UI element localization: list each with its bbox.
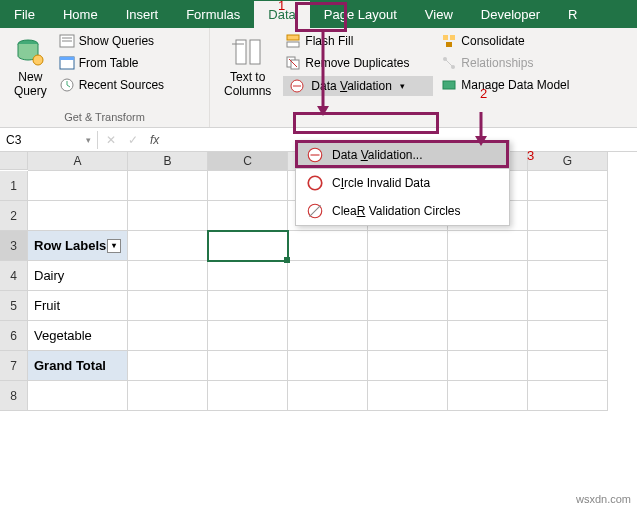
cell-b4[interactable]	[128, 261, 208, 291]
select-all-corner[interactable]	[0, 152, 28, 170]
circle-invalid-item[interactable]: CIrcle Invalid Data	[296, 169, 509, 197]
row-header-2[interactable]: 2	[0, 201, 28, 231]
cell-e7[interactable]	[368, 351, 448, 381]
consolidate-button[interactable]: Consolidate	[439, 32, 609, 50]
cell-a4[interactable]: Dairy	[28, 261, 128, 291]
row-header-6[interactable]: 6	[0, 321, 28, 351]
tab-page-layout[interactable]: Page Layout	[310, 1, 411, 28]
cell-c7[interactable]	[208, 351, 288, 381]
new-query-label: New Query	[14, 70, 47, 98]
cell-g8[interactable]	[528, 381, 608, 411]
row-header-8[interactable]: 8	[0, 381, 28, 411]
cell-c8[interactable]	[208, 381, 288, 411]
cell-a6[interactable]: Vegetable	[28, 321, 128, 351]
cell-f8[interactable]	[448, 381, 528, 411]
cell-c5[interactable]	[208, 291, 288, 321]
database-query-icon	[14, 36, 46, 68]
cell-c4[interactable]	[208, 261, 288, 291]
arrow-1-to-2	[314, 30, 332, 116]
clear-circles-item[interactable]: CleaR Validation Circles	[296, 197, 509, 225]
formula-bar[interactable]: ✕ ✓ fx	[98, 133, 167, 147]
cell-d3[interactable]	[288, 231, 368, 261]
cell-d7[interactable]	[288, 351, 368, 381]
data-validation-button[interactable]: Data Validation ▾	[283, 76, 433, 96]
cell-b6[interactable]	[128, 321, 208, 351]
cell-g1[interactable]	[528, 171, 608, 201]
tab-r[interactable]: R	[554, 1, 591, 28]
recent-sources-button[interactable]: Recent Sources	[57, 76, 166, 94]
flash-fill-button[interactable]: Flash Fill	[283, 32, 433, 50]
svg-point-1	[33, 55, 43, 65]
from-table-label: From Table	[79, 56, 139, 70]
cell-a1[interactable]	[28, 171, 128, 201]
cell-c6[interactable]	[208, 321, 288, 351]
show-queries-button[interactable]: Show Queries	[57, 32, 166, 50]
row-header-7[interactable]: 7	[0, 351, 28, 381]
cell-e6[interactable]	[368, 321, 448, 351]
cell-g3[interactable]	[528, 231, 608, 261]
pivot-filter-button[interactable]: ▾	[107, 239, 121, 253]
cell-g4[interactable]	[528, 261, 608, 291]
cell-d4[interactable]	[288, 261, 368, 291]
cell-e4[interactable]	[368, 261, 448, 291]
row-header-3[interactable]: 3	[0, 231, 28, 261]
cell-g7[interactable]	[528, 351, 608, 381]
from-table-button[interactable]: From Table	[57, 54, 166, 72]
cell-b3[interactable]	[128, 231, 208, 261]
row-header-5[interactable]: 5	[0, 291, 28, 321]
new-query-button[interactable]: New Query	[8, 32, 53, 102]
cell-b7[interactable]	[128, 351, 208, 381]
cell-c3[interactable]	[208, 231, 288, 261]
consolidate-icon	[441, 33, 457, 49]
tab-view[interactable]: View	[411, 1, 467, 28]
cell-g5[interactable]	[528, 291, 608, 321]
cell-f3[interactable]	[448, 231, 528, 261]
cell-d6[interactable]	[288, 321, 368, 351]
watermark: wsxdn.com	[576, 493, 631, 505]
cell-g2[interactable]	[528, 201, 608, 231]
text-to-columns-label: Text to Columns	[224, 70, 271, 98]
fx-label[interactable]: fx	[150, 133, 159, 147]
tab-developer[interactable]: Developer	[467, 1, 554, 28]
cell-e8[interactable]	[368, 381, 448, 411]
cell-d8[interactable]	[288, 381, 368, 411]
cell-c2[interactable]	[208, 201, 288, 231]
cell-a5[interactable]: Fruit	[28, 291, 128, 321]
cell-c1[interactable]	[208, 171, 288, 201]
cell-e5[interactable]	[368, 291, 448, 321]
name-box[interactable]: C3 ▾	[0, 131, 98, 149]
col-header-b[interactable]: B	[128, 152, 208, 171]
col-header-c[interactable]: C	[208, 152, 288, 171]
tab-home[interactable]: Home	[49, 1, 112, 28]
row-header-4[interactable]: 4	[0, 261, 28, 291]
name-box-dropdown-icon[interactable]: ▾	[86, 135, 91, 145]
tab-formulas[interactable]: Formulas	[172, 1, 254, 28]
cell-a3[interactable]: Row Labels ▾	[28, 231, 128, 261]
cell-f7[interactable]	[448, 351, 528, 381]
cell-f4[interactable]	[448, 261, 528, 291]
cell-a7[interactable]: Grand Total	[28, 351, 128, 381]
text-to-columns-button[interactable]: Text to Columns	[218, 32, 277, 102]
cell-d5[interactable]	[288, 291, 368, 321]
row-header-1[interactable]: 1	[0, 171, 28, 201]
fill-handle[interactable]	[284, 257, 290, 263]
col-header-a[interactable]: A	[28, 152, 128, 171]
col-header-g[interactable]: G	[528, 152, 608, 171]
cell-b8[interactable]	[128, 381, 208, 411]
dropdown-arrow-icon[interactable]: ▾	[400, 81, 405, 91]
consolidate-label: Consolidate	[461, 34, 524, 48]
cell-b2[interactable]	[128, 201, 208, 231]
cell-f6[interactable]	[448, 321, 528, 351]
svg-rect-11	[287, 35, 299, 40]
tab-file[interactable]: File	[0, 1, 49, 28]
cell-f5[interactable]	[448, 291, 528, 321]
remove-duplicates-button[interactable]: Remove Duplicates	[283, 54, 433, 72]
cell-a8[interactable]	[28, 381, 128, 411]
manage-data-model-button[interactable]: Manage Data Model	[439, 76, 609, 94]
cell-b1[interactable]	[128, 171, 208, 201]
cell-a2[interactable]	[28, 201, 128, 231]
cell-b5[interactable]	[128, 291, 208, 321]
cell-g6[interactable]	[528, 321, 608, 351]
tab-insert[interactable]: Insert	[112, 1, 173, 28]
cell-e3[interactable]	[368, 231, 448, 261]
